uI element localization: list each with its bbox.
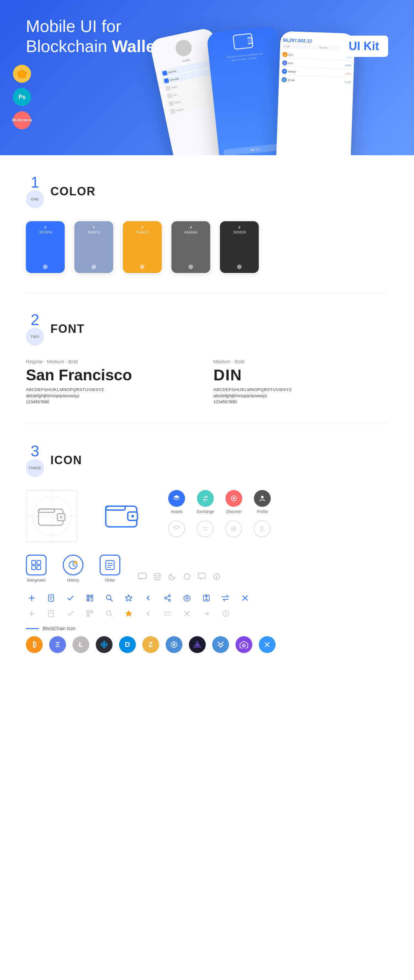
exchange-icon	[197, 490, 214, 507]
svg-line-60	[167, 599, 169, 600]
qr-gray-icon	[84, 608, 96, 619]
order-icon	[100, 555, 120, 575]
dash-icon: D	[119, 636, 136, 653]
btc-icon: ₿	[26, 636, 43, 653]
font-din-lower: abcdefghijklmnopqrstuvwxyz	[213, 393, 388, 398]
order-label: Order	[105, 578, 115, 582]
color-swatch-2: #8DA0C8	[75, 221, 113, 273]
circle-icon	[181, 571, 193, 582]
note-icon	[45, 592, 57, 604]
icon-main-row: Assets Exchange	[26, 490, 388, 542]
svg-point-85	[225, 612, 226, 612]
waves-icon	[96, 636, 113, 653]
font-sf-numbers: 1234567890	[26, 399, 201, 404]
nav-icons-group: Assets Exchange	[168, 490, 271, 537]
arrow-right-gray-icon	[201, 608, 212, 619]
font-din-upper: ABCDEFGHIJKLMNOPQRSTUVWXYZ	[213, 387, 388, 392]
management-icon	[26, 555, 46, 575]
svg-point-61	[186, 597, 188, 599]
qtum-icon	[166, 636, 182, 653]
assets-outline-icon	[168, 520, 185, 537]
star-yellow-icon	[123, 608, 135, 619]
svg-marker-91	[242, 643, 246, 648]
color-swatch-1: #3574FA	[26, 221, 65, 273]
order-icon-item: Order	[100, 555, 120, 582]
font-section-title: FONT	[51, 322, 85, 336]
plus-icon	[26, 592, 38, 604]
color-swatch-4: #666666	[171, 221, 210, 273]
font-din-label: Medium · Bold	[213, 359, 388, 364]
color-section-header: 1 ONE COLOR	[26, 175, 388, 208]
svg-rect-21	[32, 566, 36, 570]
color-dot-3	[140, 264, 145, 269]
color-dot-4	[189, 264, 193, 269]
upload-icon	[201, 592, 212, 604]
exchange-icon-item: Exchange	[197, 490, 214, 514]
assets-label: Assets	[171, 509, 182, 514]
sketch-badge	[13, 65, 31, 83]
color-swatches-row: #3574FA #8DA0C8 #F5A623 #666666 #303030	[26, 221, 388, 273]
history-icon	[63, 555, 83, 575]
discover-outline-icon	[225, 520, 242, 537]
svg-marker-80	[126, 610, 132, 616]
icon-section-num: 3 THREE	[26, 444, 44, 477]
management-icon-item: Mangment	[26, 555, 46, 582]
discover-icon	[225, 490, 242, 507]
svg-rect-12	[106, 506, 125, 510]
font-section-num: 2 TWO	[26, 312, 44, 346]
profile-icon-item: Profile	[254, 490, 271, 514]
icon-guide-box	[26, 490, 78, 542]
stack-icon	[151, 571, 163, 582]
color-swatch-5: #303030	[220, 221, 259, 273]
qr-icon	[84, 592, 96, 604]
hero-section: Mobile UI for Blockchain Wallet UI Kit P…	[0, 0, 414, 155]
nav-icons-outline-row	[168, 520, 271, 537]
discover-outline-icon-item	[225, 520, 242, 537]
svg-rect-22	[37, 566, 41, 570]
close-icon	[239, 592, 251, 604]
ui-kit-badge: UI Kit	[339, 36, 388, 57]
svg-rect-20	[37, 560, 41, 565]
svg-rect-19	[32, 560, 36, 565]
phone-mockups: Profile Mainnet Message Night	[162, 6, 414, 155]
color-section-title: COLOR	[51, 185, 96, 198]
swap-icon	[220, 592, 232, 604]
profile-label: Profile	[257, 509, 268, 514]
svg-rect-75	[88, 611, 89, 612]
svg-line-54	[110, 599, 112, 601]
svg-marker-55	[126, 595, 132, 601]
profile-icon	[254, 490, 271, 507]
moon-icon	[166, 571, 178, 582]
profile-outline-icon-item	[253, 520, 271, 537]
icon-guide-svg	[26, 490, 78, 542]
color-dot-1	[43, 264, 48, 269]
neo-icon	[212, 636, 229, 653]
screens-badge: 60+ Screens	[13, 111, 31, 129]
color-section: 1 ONE COLOR #3574FA #8DA0C8 #F5A623 #666…	[0, 155, 414, 293]
util-icons-blue-row	[26, 592, 388, 604]
gear-icon	[181, 592, 193, 604]
svg-rect-48	[91, 596, 92, 597]
svg-rect-47	[88, 596, 89, 597]
info-gray-icon	[220, 608, 232, 619]
blockchain-label: BlockChain Icon	[43, 626, 75, 631]
svg-line-79	[110, 614, 112, 616]
svg-point-33	[184, 574, 190, 579]
icon-section-header: 3 THREE ICON	[26, 444, 388, 477]
misc-gray-icons	[137, 571, 223, 582]
search-gray-icon	[104, 608, 115, 619]
color-section-word: ONE	[26, 190, 44, 208]
assets-icon	[168, 490, 185, 507]
svg-rect-77	[88, 615, 89, 616]
arrows-gray-icon	[162, 608, 174, 619]
svg-point-56	[169, 595, 170, 597]
font-section-word: TWO	[26, 328, 44, 346]
font-section-header: 2 TWO FONT	[26, 312, 388, 346]
crypto-icons-row: ₿ Ξ Ł D Z	[26, 636, 388, 653]
assets-icon-item: Assets	[168, 490, 185, 514]
svg-line-59	[167, 597, 169, 598]
discover-icon-item: Discover	[225, 490, 242, 514]
svg-point-37	[217, 575, 217, 575]
plus-gray-icon	[26, 608, 38, 619]
svg-rect-76	[91, 611, 92, 612]
